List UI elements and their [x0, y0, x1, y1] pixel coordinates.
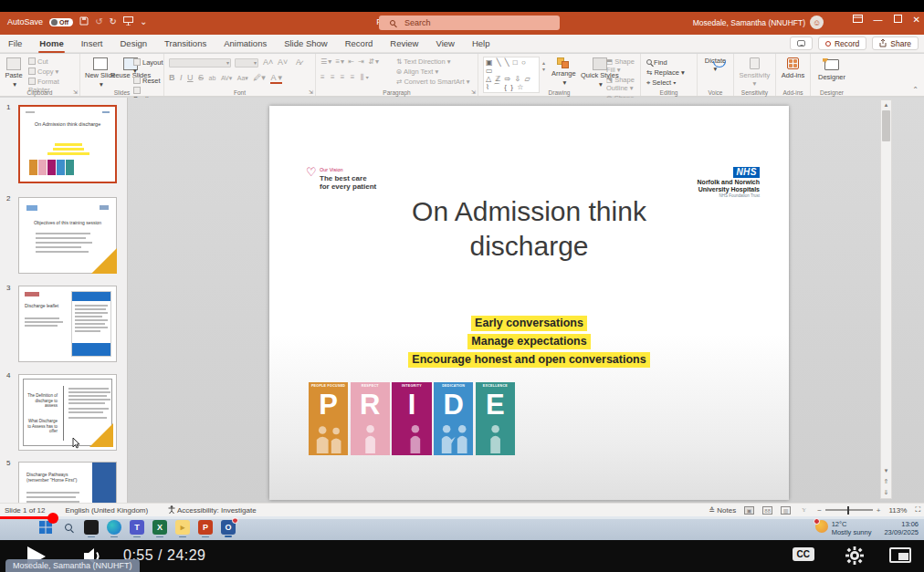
grow-font-button[interactable]: A˄: [263, 57, 273, 67]
slide-scrollbar[interactable]: ▴ ▾ ⇑ ⇓: [880, 99, 892, 499]
slide-thumbnail-5[interactable]: Discharge Pathways (remember "Home First…: [18, 462, 117, 503]
reset-button[interactable]: Reset: [133, 77, 163, 85]
slide-thumbnail-2[interactable]: Objectives of this training session: [18, 197, 117, 274]
change-case-button[interactable]: Aa▾: [237, 75, 248, 82]
tab-insert[interactable]: Insert: [80, 36, 104, 50]
dictate-button[interactable]: Dictate▾: [698, 54, 733, 73]
sensitivity-button[interactable]: Sensitivity▾: [734, 54, 775, 88]
miniplayer-button[interactable]: [889, 547, 911, 563]
scroll-down-icon[interactable]: ▾: [881, 467, 891, 474]
slide-sorter-view-button[interactable]: 88: [762, 506, 772, 515]
redo-icon[interactable]: ↻: [110, 17, 117, 26]
highlight-color-button[interactable]: 🖉▾: [253, 73, 266, 82]
quick-access-more-icon[interactable]: ⌄: [140, 17, 147, 26]
paragraph-dialog-launcher[interactable]: ⇲: [471, 88, 476, 95]
clear-formatting-button[interactable]: A̷: [296, 57, 301, 67]
weather-widget[interactable]: 12°C Mostly sunny: [815, 518, 872, 536]
normal-view-button[interactable]: ▣: [744, 506, 754, 515]
align-left-button[interactable]: ≡: [320, 73, 327, 81]
tab-slideshow[interactable]: Slide Show: [283, 36, 329, 50]
layout-button[interactable]: Layout ▾: [133, 58, 163, 75]
reading-view-button[interactable]: ▥: [781, 506, 791, 515]
shrink-font-button[interactable]: A˅: [278, 57, 288, 67]
tab-record[interactable]: Record: [344, 36, 374, 50]
replace-button[interactable]: ⇆ Replace ▾: [646, 68, 685, 77]
tab-home[interactable]: Home: [38, 36, 64, 50]
outlook-icon[interactable]: O: [221, 520, 236, 535]
video-progress-bar[interactable]: [0, 516, 924, 519]
slide-canvas[interactable]: ♡ Our Vision The best care for every pat…: [129, 98, 901, 503]
tab-design[interactable]: Design: [119, 36, 148, 50]
taskbar-clock[interactable]: 13:06 23/09/2025: [884, 518, 919, 536]
notes-button[interactable]: ≙ Notes: [709, 506, 736, 515]
cut-button[interactable]: Cut: [28, 57, 79, 66]
accessibility-checker[interactable]: Accessibility: Investigate: [168, 505, 256, 515]
collapse-ribbon-icon[interactable]: ⌃: [912, 86, 919, 94]
find-button[interactable]: Find: [646, 58, 685, 67]
addins-button[interactable]: Add-ins: [776, 54, 810, 79]
font-dialog-launcher[interactable]: ⇲: [309, 88, 313, 95]
search-input[interactable]: Search: [379, 16, 560, 30]
next-slide-icon[interactable]: ⇓: [881, 489, 891, 496]
edge-icon[interactable]: [107, 520, 121, 535]
bullets-button[interactable]: ☰▾: [320, 57, 332, 66]
save-icon[interactable]: [79, 16, 89, 27]
zoom-slider-handle[interactable]: [847, 506, 850, 515]
maximize-button[interactable]: [894, 15, 902, 25]
columns-button[interactable]: ⫼▾: [361, 73, 372, 81]
align-center-button[interactable]: ≡: [331, 73, 337, 81]
tab-animations[interactable]: Animations: [223, 36, 268, 50]
clipboard-dialog-launcher[interactable]: ⇲: [73, 88, 78, 95]
copy-button[interactable]: Copy ▾: [28, 68, 79, 76]
minimize-button[interactable]: —: [874, 15, 883, 25]
zoom-in-icon[interactable]: +: [877, 506, 881, 515]
undo-icon[interactable]: ↺: [95, 17, 102, 26]
close-button[interactable]: ✕: [913, 15, 920, 25]
slide-thumbnail-3[interactable]: Discharge leaflet: [18, 286, 117, 362]
line-spacing-button[interactable]: ⇵▾: [368, 57, 380, 66]
zoom-control[interactable]: − +: [817, 506, 880, 515]
record-button[interactable]: Record: [818, 36, 866, 50]
bold-button[interactable]: B: [169, 73, 175, 82]
slide-1-editor[interactable]: ♡ Our Vision The best care for every pat…: [269, 106, 789, 500]
select-button[interactable]: ⌖ Select ▾: [646, 78, 685, 88]
font-color-button[interactable]: A ▾: [270, 73, 282, 84]
underline-button[interactable]: U: [187, 73, 194, 82]
align-text-button[interactable]: ⊜ Align Text ▾: [396, 68, 470, 76]
tab-help[interactable]: Help: [471, 36, 491, 50]
justify-button[interactable]: ≡: [351, 73, 357, 81]
excel-icon[interactable]: X: [152, 520, 167, 535]
captions-button[interactable]: CC: [793, 547, 814, 561]
zoom-out-icon[interactable]: −: [817, 506, 822, 515]
slide-thumbnail-4[interactable]: The Definition of discharge to assess Wh…: [18, 374, 117, 451]
fit-to-window-icon[interactable]: ⛶: [915, 505, 920, 515]
language-indicator[interactable]: English (United Kingdom): [65, 506, 148, 515]
zoom-level[interactable]: 113%: [889, 506, 908, 515]
text-direction-button[interactable]: ⇅ Text Direction ▾: [396, 57, 470, 66]
shape-fill-button[interactable]: ⬒ Shape Fill ▾: [606, 57, 640, 74]
font-size-combo[interactable]: [235, 58, 258, 68]
powerpoint-icon[interactable]: P: [198, 520, 213, 535]
account-menu[interactable]: Mosedale, Samantha (NNUHFT) ☺: [693, 16, 824, 29]
previous-slide-icon[interactable]: ⇑: [881, 478, 891, 485]
taskbar-search-button[interactable]: [61, 520, 76, 535]
numbering-button[interactable]: ≡▾: [335, 57, 345, 66]
arrange-button[interactable]: Arrange ▾: [551, 57, 576, 87]
teams-icon[interactable]: T: [130, 520, 144, 535]
slideshow-view-button[interactable]: 𝕐: [799, 506, 809, 515]
scrollbar-thumb[interactable]: [882, 110, 890, 141]
increase-indent-button[interactable]: ⇥: [358, 57, 365, 66]
comments-button[interactable]: [790, 36, 813, 50]
italic-button[interactable]: I: [180, 73, 183, 82]
decrease-indent-button[interactable]: ⇤: [348, 57, 355, 66]
tab-view[interactable]: View: [435, 36, 455, 50]
file-explorer-icon[interactable]: ▸: [175, 520, 190, 535]
tab-file[interactable]: File: [7, 36, 23, 50]
align-right-button[interactable]: ≡: [341, 73, 347, 81]
font-name-combo[interactable]: [169, 58, 231, 68]
strikethrough-button[interactable]: S: [198, 73, 204, 82]
designer-button[interactable]: Designer: [811, 54, 853, 81]
paste-button[interactable]: Paste ▾: [4, 57, 24, 88]
text-shadow-button[interactable]: ab: [209, 75, 216, 81]
convert-smartart-button[interactable]: ⇄ Convert to SmartArt ▾: [396, 78, 470, 86]
